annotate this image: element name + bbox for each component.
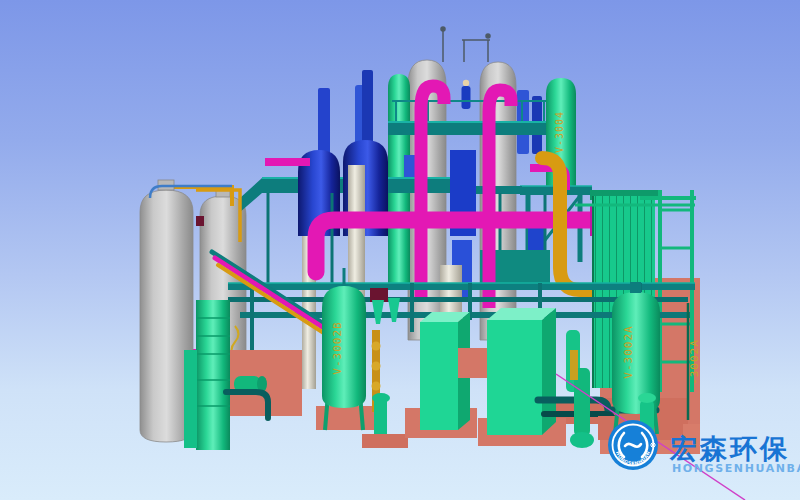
plant-render-canvas: V-3004: [0, 0, 800, 500]
vessel-v3002a-tag: V-3002A: [622, 325, 635, 378]
green-tank-box-2: [478, 308, 566, 446]
plant-scene: V-3004: [0, 0, 800, 500]
gauge-tag: -3002A: [688, 339, 701, 385]
logo-subtitle-en: HONGSENHUANBAO: [672, 462, 800, 475]
instrument-masts: [441, 27, 490, 62]
vessel-v3004-tag: V-3004: [554, 111, 565, 153]
human-figure: [462, 80, 471, 109]
vessel-v3002b-tag: V-3002B: [331, 321, 344, 374]
logo-title-cn: 宏森环保: [669, 433, 790, 464]
vessel-v3002b: V-3002B: [316, 268, 374, 430]
pump-right: [566, 330, 594, 448]
pump-center: [362, 330, 408, 448]
foundation-mid: [458, 348, 490, 378]
